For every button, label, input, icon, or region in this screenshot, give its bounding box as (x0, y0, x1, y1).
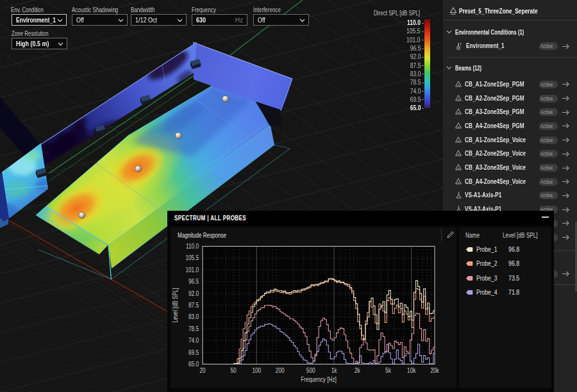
svg-text:87.5: 87.5 (188, 301, 199, 309)
svg-text:110.0: 110.0 (186, 242, 199, 250)
svg-text:83.0: 83.0 (188, 313, 199, 320)
svg-text:5k: 5k (385, 366, 391, 374)
svg-text:65.0: 65.0 (188, 360, 199, 368)
svg-text:105.5: 105.5 (186, 254, 199, 261)
svg-text:500: 500 (306, 366, 315, 374)
svg-text:10k: 10k (407, 366, 416, 374)
svg-text:200: 200 (276, 366, 285, 374)
svg-text:20k: 20k (430, 366, 439, 374)
svg-text:69.5: 69.5 (188, 348, 199, 356)
svg-text:Frequency [Hz]: Frequency [Hz] (301, 375, 337, 383)
svg-text:Level [dB SPL]: Level [dB SPL] (171, 288, 179, 322)
svg-text:20: 20 (199, 366, 205, 374)
svg-text:50: 50 (230, 366, 236, 374)
svg-text:101.0: 101.0 (186, 266, 199, 274)
svg-text:1k: 1k (331, 366, 337, 374)
svg-text:74.0: 74.0 (188, 336, 199, 344)
svg-text:96.5: 96.5 (188, 277, 199, 285)
svg-text:78.5: 78.5 (188, 325, 199, 332)
svg-text:2k: 2k (355, 366, 360, 374)
svg-text:92.0: 92.0 (188, 290, 199, 297)
svg-text:100: 100 (252, 366, 261, 374)
